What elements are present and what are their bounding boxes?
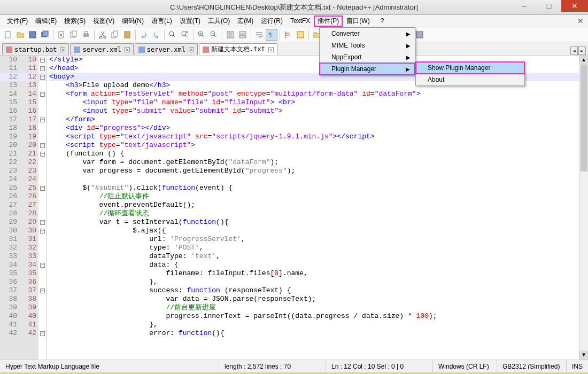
- new-file-icon[interactable]: [2, 29, 14, 41]
- fold-toggle-icon[interactable]: −: [40, 92, 45, 97]
- code-line[interactable]: <input type="file" name="file" id="fileI…: [49, 98, 588, 107]
- file-tab[interactable]: server.xml×: [70, 43, 133, 55]
- status-encoding[interactable]: GB2312 (Simplified): [497, 360, 567, 372]
- code-line[interactable]: <form action="TestServlet" method="post"…: [49, 90, 588, 98]
- tab-close-icon[interactable]: ×: [60, 47, 65, 52]
- menu-macro[interactable]: 宏(M): [234, 15, 257, 27]
- scroll-down-icon[interactable]: ▼: [579, 350, 588, 360]
- replace-icon[interactable]: [179, 29, 191, 41]
- tab-close-icon[interactable]: ×: [268, 47, 274, 52]
- code-line[interactable]: event.preventDefault();: [49, 201, 588, 209]
- file-tab[interactable]: server.xml×: [135, 43, 198, 55]
- code-line[interactable]: filename: fileInput.files[0].name,: [49, 269, 588, 278]
- code-line[interactable]: <script type="text/javascript">: [49, 141, 588, 150]
- menu-textfx[interactable]: TextFX: [287, 16, 314, 26]
- undo-icon[interactable]: [138, 29, 150, 41]
- status-eol[interactable]: Windows (CR LF): [433, 360, 497, 372]
- close-file-icon[interactable]: [56, 29, 67, 41]
- menu-search[interactable]: 搜索(S): [60, 15, 89, 27]
- code-line[interactable]: var data = JSON.parse(responseText);: [49, 295, 588, 303]
- save-icon[interactable]: [27, 29, 38, 41]
- menu-language[interactable]: 语言(L): [148, 15, 176, 27]
- code-line[interactable]: //阻止默认事件: [49, 192, 588, 201]
- code-line[interactable]: </form>: [49, 115, 588, 124]
- code-line[interactable]: progress.innerText = parseInt((data.prog…: [49, 312, 588, 321]
- code-line[interactable]: dataType: 'text',: [49, 252, 588, 261]
- code-line[interactable]: [49, 175, 588, 184]
- print-icon[interactable]: [80, 29, 92, 41]
- minimize-button[interactable]: ─: [512, 0, 537, 12]
- code-line[interactable]: error: function(){: [49, 329, 588, 338]
- zoom-out-icon[interactable]: [208, 29, 220, 41]
- sync-h-icon[interactable]: [237, 29, 249, 41]
- fold-toggle-icon[interactable]: −: [40, 289, 45, 293]
- scroll-thumb[interactable]: [581, 65, 587, 172]
- paste-icon[interactable]: [121, 29, 133, 41]
- code-line[interactable]: success: function (responseText) {: [49, 286, 588, 295]
- code-line[interactable]: $("#submit").click(function(event) {: [49, 184, 588, 192]
- fold-toggle-icon[interactable]: −: [40, 58, 45, 63]
- menu-item-about[interactable]: About: [416, 74, 524, 85]
- gutter-fold[interactable]: −−−−−−−−−−−−−: [38, 56, 47, 360]
- menu-window[interactable]: 窗口(W): [343, 15, 373, 27]
- cut-icon[interactable]: [97, 29, 109, 41]
- menu-item-nppexport[interactable]: NppExport▶: [320, 51, 415, 63]
- save-all-icon[interactable]: [39, 29, 51, 41]
- code-line[interactable]: <script type="text/javascript" src="scri…: [49, 133, 588, 141]
- tab-next-icon[interactable]: ►: [578, 46, 586, 55]
- fold-toggle-icon[interactable]: −: [40, 229, 45, 233]
- save-macro-icon[interactable]: [414, 29, 425, 41]
- menu-settings[interactable]: 设置(T): [176, 15, 204, 27]
- code-line[interactable]: url: 'ProgressServlet',: [49, 235, 588, 244]
- copy-icon[interactable]: [109, 29, 121, 41]
- menu-run[interactable]: 运行(R): [257, 15, 287, 27]
- code-line[interactable]: },: [49, 321, 588, 329]
- indent-guide-icon[interactable]: [282, 29, 294, 41]
- tab-close-icon[interactable]: ×: [189, 47, 194, 52]
- zoom-in-icon[interactable]: [196, 29, 207, 41]
- scroll-up-icon[interactable]: ▲: [579, 56, 588, 65]
- editor-area[interactable]: 1011121314151617181920212223242526272829…: [0, 56, 588, 360]
- menu-item-show-plugin-manager[interactable]: Show Plugin Manager: [416, 62, 524, 74]
- fold-toggle-icon[interactable]: −: [40, 152, 45, 157]
- show-all-icon[interactable]: ¶: [266, 29, 277, 41]
- fold-toggle-icon[interactable]: −: [40, 118, 45, 122]
- tab-prev-icon[interactable]: ◄: [570, 46, 578, 55]
- menu-file[interactable]: 文件(F): [3, 15, 32, 27]
- code-line[interactable]: //前台更新进度: [49, 303, 588, 312]
- open-file-icon[interactable]: [14, 29, 26, 41]
- code-line[interactable]: var t = setInterval(function(){: [49, 218, 588, 227]
- doc-close-icon[interactable]: ✕: [577, 17, 584, 25]
- code-line[interactable]: var progress = document.getElementById("…: [49, 167, 588, 175]
- tab-close-icon[interactable]: ×: [125, 47, 130, 52]
- code-line[interactable]: <div id="progress"></div>: [49, 124, 588, 133]
- code-line[interactable]: type: 'POST',: [49, 244, 588, 252]
- code-line[interactable]: },: [49, 278, 588, 286]
- file-tab[interactable]: 新建文本文档.txt×: [199, 43, 277, 55]
- status-insert-mode[interactable]: INS: [567, 360, 588, 372]
- wrap-icon[interactable]: [253, 29, 265, 41]
- fold-toggle-icon[interactable]: −: [40, 143, 45, 148]
- find-icon[interactable]: [167, 29, 179, 41]
- menu-item-converter[interactable]: Converter▶: [320, 28, 415, 40]
- menu-view[interactable]: 视图(V): [89, 15, 118, 27]
- menu-encoding[interactable]: 编码(N): [118, 15, 148, 27]
- lang-icon[interactable]: [295, 29, 306, 41]
- fold-toggle-icon[interactable]: −: [40, 263, 45, 268]
- code-line[interactable]: (function () {: [49, 150, 588, 158]
- menu-item-mime-tools[interactable]: MIME Tools▶: [320, 40, 415, 51]
- menu-plugins[interactable]: 插件(P): [314, 15, 343, 27]
- close-all-icon[interactable]: [68, 29, 80, 41]
- redo-icon[interactable]: [150, 29, 162, 41]
- maximize-button[interactable]: □: [537, 0, 561, 12]
- fold-toggle-icon[interactable]: −: [40, 331, 45, 336]
- menu-help[interactable]: ?: [377, 16, 388, 26]
- code-content[interactable]: </style></head><body> <h3>File upload de…: [47, 56, 588, 360]
- fold-toggle-icon[interactable]: −: [40, 220, 45, 225]
- fold-toggle-icon[interactable]: −: [40, 75, 45, 80]
- menu-edit[interactable]: 编辑(E): [32, 15, 60, 27]
- code-line[interactable]: data: {: [49, 261, 588, 269]
- vertical-scrollbar[interactable]: ▲ ▼: [579, 56, 588, 360]
- close-button[interactable]: ✕: [561, 0, 588, 12]
- fold-toggle-icon[interactable]: −: [40, 186, 45, 191]
